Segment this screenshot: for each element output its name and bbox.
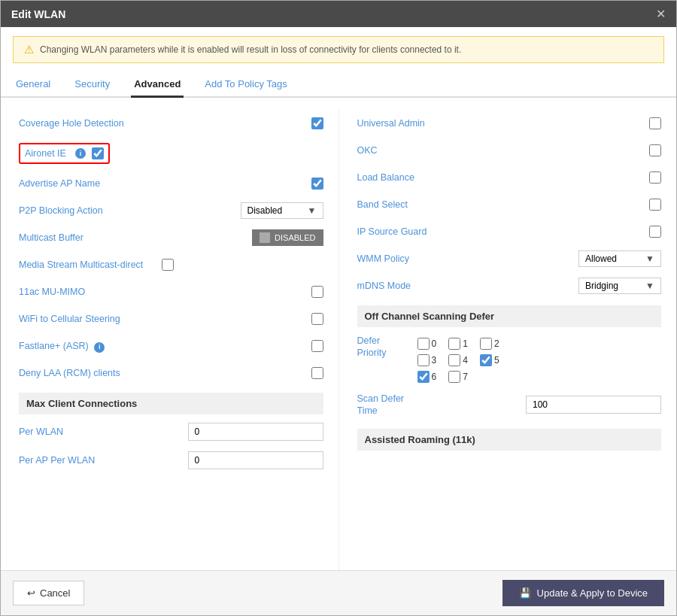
band-select-checkbox[interactable] <box>649 199 661 211</box>
coverage-hole-detection-row: Coverage Hole Detection <box>19 110 323 137</box>
defer-checkbox-7[interactable] <box>448 371 460 383</box>
p2p-blocking-control: Disabled ▼ <box>241 202 323 219</box>
advertise-ap-name-control <box>311 178 323 190</box>
fastlane-control <box>311 340 323 352</box>
aironet-ie-label: Aironet IE <box>25 147 66 159</box>
right-column: Universal Admin OKC Load Balance <box>339 110 677 570</box>
11ac-mu-mimo-row: 11ac MU-MIMO <box>19 278 323 305</box>
deny-laa-row: Deny LAA (RCM) clients <box>19 360 323 387</box>
left-column: Coverage Hole Detection Aironet IE i Adv <box>1 110 339 570</box>
fastlane-label: Fastlane+ (ASR) i <box>19 340 304 353</box>
load-balance-control <box>649 171 661 184</box>
defer-label-2: 2 <box>494 338 499 349</box>
defer-checkbox-3[interactable] <box>417 354 430 366</box>
wmm-policy-value: Allowed <box>585 253 617 264</box>
mdns-mode-control: Bridging ▼ <box>578 278 661 294</box>
defer-checkbox-2[interactable] <box>480 338 492 350</box>
mdns-mode-arrow: ▼ <box>645 281 654 291</box>
11ac-mu-mimo-checkbox[interactable] <box>311 286 323 298</box>
11ac-mu-mimo-control <box>311 286 323 298</box>
ip-source-guard-label: IP Source Guard <box>357 226 642 238</box>
advertise-ap-name-row: Advertise AP Name <box>19 170 323 197</box>
ip-source-guard-row: IP Source Guard <box>357 218 662 245</box>
warning-bar: ⚠ Changing WLAN parameters while it is e… <box>13 36 664 63</box>
okc-label: OKC <box>357 144 642 156</box>
per-ap-per-wlan-input[interactable] <box>188 451 323 469</box>
content-area: Coverage Hole Detection Aironet IE i Adv <box>1 98 676 570</box>
wmm-policy-label: WMM Policy <box>357 253 572 265</box>
ip-source-guard-checkbox[interactable] <box>649 226 661 238</box>
coverage-hole-detection-checkbox[interactable] <box>311 117 323 129</box>
band-select-label: Band Select <box>357 199 642 211</box>
cancel-button[interactable]: ↩ Cancel <box>13 581 84 605</box>
modal-footer: ↩ Cancel 💾 Update & Apply to Device <box>1 570 676 615</box>
defer-label-6: 6 <box>432 372 437 382</box>
multicast-buffer-control: DISABLED <box>252 229 323 246</box>
wifi-cellular-checkbox[interactable] <box>311 313 323 325</box>
coverage-hole-detection-label: Coverage Hole Detection <box>19 117 304 129</box>
deny-laa-checkbox[interactable] <box>311 367 323 379</box>
wmm-policy-arrow: ▼ <box>645 253 654 264</box>
okc-control <box>649 144 661 156</box>
aironet-ie-info-icon[interactable]: i <box>75 148 86 159</box>
okc-row: OKC <box>357 137 662 164</box>
load-balance-row: Load Balance <box>357 164 662 191</box>
update-apply-button[interactable]: 💾 Update & Apply to Device <box>502 580 664 606</box>
aironet-ie-row: Aironet IE i <box>19 138 323 168</box>
defer-priority-grid: 0 1 2 <box>417 338 499 383</box>
defer-label-4: 4 <box>463 355 468 366</box>
fastlane-row: Fastlane+ (ASR) i <box>19 332 323 360</box>
multicast-buffer-toggle[interactable]: DISABLED <box>252 229 323 246</box>
aironet-ie-checkbox[interactable] <box>92 147 104 159</box>
multicast-buffer-label: Multicast Buffer <box>19 232 244 244</box>
defer-priority-section: DeferPriority 0 1 <box>357 330 662 387</box>
per-wlan-row: Per WLAN <box>19 417 323 446</box>
defer-checkbox-5[interactable] <box>480 354 492 366</box>
tabs-container: General Security Advanced Add To Policy … <box>1 66 676 98</box>
cancel-label: Cancel <box>40 587 70 599</box>
mdns-mode-dropdown[interactable]: Bridging ▼ <box>578 278 661 294</box>
universal-admin-checkbox[interactable] <box>649 117 661 129</box>
per-ap-per-wlan-row: Per AP Per WLAN <box>19 446 323 475</box>
modal-header: Edit WLAN ✕ <box>1 1 676 27</box>
defer-checkbox-4[interactable] <box>448 354 460 366</box>
close-button[interactable]: ✕ <box>656 7 666 21</box>
p2p-blocking-value: Disabled <box>247 205 283 216</box>
per-wlan-control <box>188 423 323 441</box>
defer-checkbox-6[interactable] <box>417 371 430 383</box>
fastlane-info-icon[interactable]: i <box>94 342 105 353</box>
advertise-ap-name-checkbox[interactable] <box>311 178 323 190</box>
universal-admin-label: Universal Admin <box>357 117 642 129</box>
defer-checkbox-0[interactable] <box>417 338 430 350</box>
okc-checkbox[interactable] <box>649 144 661 156</box>
fastlane-checkbox[interactable] <box>311 340 323 352</box>
band-select-control <box>649 199 661 211</box>
media-stream-checkbox[interactable] <box>162 259 174 271</box>
defer-row-0-2: 0 1 2 <box>417 338 499 350</box>
tab-security[interactable]: Security <box>71 74 113 98</box>
tab-general[interactable]: General <box>13 74 53 98</box>
deny-laa-label: Deny LAA (RCM) clients <box>19 367 304 379</box>
warning-text: Changing WLAN parameters while it is ena… <box>40 44 461 55</box>
wmm-policy-dropdown[interactable]: Allowed ▼ <box>578 250 661 267</box>
mdns-mode-value: Bridging <box>585 281 618 291</box>
defer-priority-label: DeferPriority <box>357 335 417 383</box>
toggle-square-icon <box>260 232 270 243</box>
defer-item-1: 1 <box>448 338 468 350</box>
defer-row-6-7: 6 7 <box>417 371 499 383</box>
defer-label-5: 5 <box>494 355 499 366</box>
tab-advanced[interactable]: Advanced <box>131 74 184 98</box>
scan-defer-time-input[interactable] <box>526 396 661 414</box>
deny-laa-control <box>311 367 323 379</box>
tab-add-to-policy-tags[interactable]: Add To Policy Tags <box>202 74 290 98</box>
defer-checkbox-1[interactable] <box>448 338 460 350</box>
modal-title: Edit WLAN <box>11 8 65 20</box>
per-wlan-input[interactable] <box>188 423 323 441</box>
load-balance-label: Load Balance <box>357 171 642 184</box>
load-balance-checkbox[interactable] <box>649 171 661 184</box>
p2p-blocking-row: P2P Blocking Action Disabled ▼ <box>19 197 323 224</box>
p2p-blocking-dropdown[interactable]: Disabled ▼ <box>241 202 323 219</box>
universal-admin-row: Universal Admin <box>357 110 662 137</box>
defer-item-0: 0 <box>417 338 437 350</box>
defer-item-3: 3 <box>417 354 437 366</box>
